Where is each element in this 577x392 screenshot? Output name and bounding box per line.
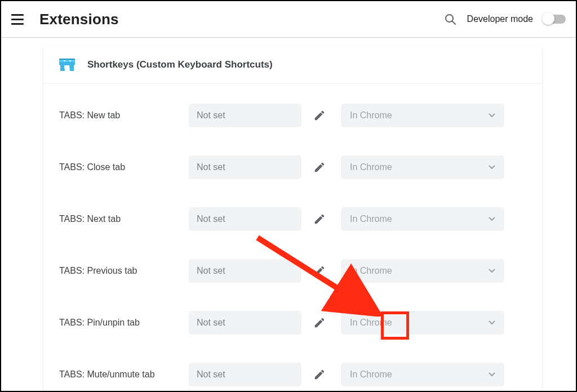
shortcut-input[interactable]: Not set xyxy=(189,363,301,386)
shortcut-input[interactable]: Not set xyxy=(189,207,301,231)
edit-button[interactable] xyxy=(307,155,332,180)
menu-icon[interactable] xyxy=(11,12,26,26)
edit-button[interactable] xyxy=(307,362,332,387)
pencil-icon xyxy=(313,213,326,225)
scope-select[interactable]: In Chrome xyxy=(341,363,504,386)
pencil-icon xyxy=(313,317,326,329)
chevron-down-icon xyxy=(489,269,495,273)
extension-shortcuts-card: Shortkeys (Custom Keyboard Shortcuts) TA… xyxy=(43,46,542,391)
svg-rect-3 xyxy=(59,60,75,62)
pencil-icon xyxy=(313,109,326,122)
pencil-icon xyxy=(313,265,326,277)
shortcut-label: TABS: Next tab xyxy=(59,214,189,224)
shortcut-row-0: TABS: New tab Not set In Chrome xyxy=(59,90,526,141)
edit-button[interactable] xyxy=(307,207,332,231)
svg-line-1 xyxy=(452,21,455,25)
svg-rect-4 xyxy=(59,59,75,60)
edit-button[interactable] xyxy=(307,103,332,128)
extension-icon xyxy=(59,59,75,71)
page-title: Extensions xyxy=(39,11,119,28)
shortcut-input[interactable]: Not set xyxy=(189,259,301,283)
shortcut-row-4: TABS: Pin/unpin tab Not set In Chrome xyxy=(59,297,526,349)
chevron-down-icon xyxy=(489,217,495,221)
search-icon xyxy=(443,12,457,26)
svg-rect-6 xyxy=(69,60,71,61)
chevron-down-icon xyxy=(489,113,495,118)
edit-button[interactable] xyxy=(307,310,332,335)
developer-mode-toggle[interactable] xyxy=(543,15,566,24)
shortcut-row-5: TABS: Mute/unmute tab Not set In Chrome xyxy=(59,349,526,391)
search-button[interactable] xyxy=(439,8,461,30)
scope-select[interactable]: In Chrome xyxy=(341,104,504,127)
developer-mode-label: Developer mode xyxy=(467,14,533,24)
shortcut-input[interactable]: Not set xyxy=(189,104,301,127)
chevron-down-icon xyxy=(489,320,495,325)
shortcut-row-3: TABS: Previous tab Not set In Chrome xyxy=(59,245,526,297)
chevron-down-icon xyxy=(489,165,495,170)
shortcut-row-2: TABS: Next tab Not set In Chrome xyxy=(59,193,526,245)
pencil-icon xyxy=(313,368,326,381)
shortcut-input[interactable]: Not set xyxy=(189,311,301,335)
shortcut-label: TABS: Mute/unmute tab xyxy=(59,369,189,380)
shortcut-label: TABS: New tab xyxy=(59,110,189,121)
edit-button[interactable] xyxy=(307,259,332,283)
shortcut-row-1: TABS: Close tab Not set In Chrome xyxy=(59,141,526,193)
chevron-down-icon xyxy=(489,372,495,377)
scope-select[interactable]: In Chrome xyxy=(341,207,504,231)
pencil-icon xyxy=(313,161,326,173)
shortcut-label: TABS: Pin/unpin tab xyxy=(59,318,189,328)
scope-select[interactable]: In Chrome xyxy=(341,155,504,179)
scope-select[interactable]: In Chrome xyxy=(341,311,504,335)
shortcut-label: TABS: Previous tab xyxy=(59,266,189,276)
shortcut-input[interactable]: Not set xyxy=(189,155,301,179)
shortcut-label: TABS: Close tab xyxy=(59,162,189,172)
extension-name: Shortkeys (Custom Keyboard Shortcuts) xyxy=(87,59,273,70)
svg-rect-5 xyxy=(64,60,65,61)
scope-select[interactable]: In Chrome xyxy=(341,259,504,283)
app-bar: Extensions Developer mode xyxy=(1,1,576,37)
